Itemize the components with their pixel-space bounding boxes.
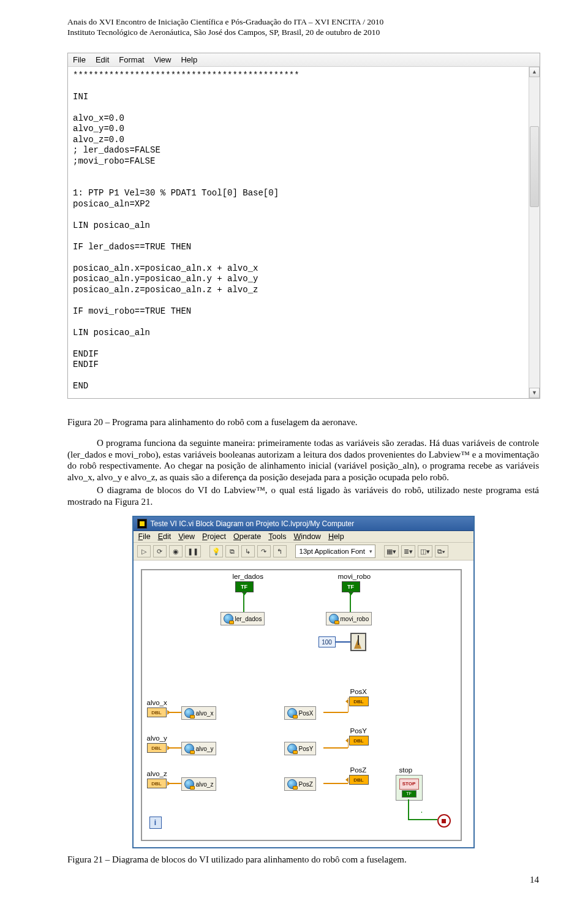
menu-file[interactable]: File bbox=[73, 55, 86, 64]
run-continuous-button[interactable]: ⟳ bbox=[153, 545, 167, 557]
node-alvo-z[interactable]: alvo_z bbox=[181, 777, 217, 791]
resize-button[interactable]: ◫▾ bbox=[418, 545, 432, 557]
indicator-posx[interactable]: DBL bbox=[349, 696, 369, 706]
menu-view[interactable]: View bbox=[154, 55, 172, 64]
globe-icon bbox=[287, 744, 297, 753]
scroll-down-button[interactable]: ▼ bbox=[529, 388, 540, 398]
node-label: PosZ bbox=[299, 781, 313, 788]
label-alvo-z: alvo_z bbox=[147, 770, 167, 777]
node-posy[interactable]: PosY bbox=[284, 742, 317, 755]
retain-wires-button[interactable]: ⧉ bbox=[225, 545, 239, 557]
constant-100[interactable]: 100 bbox=[318, 636, 336, 647]
scroll-thumb[interactable] bbox=[530, 126, 539, 207]
globe-icon bbox=[287, 708, 297, 718]
lv-menu-edit[interactable]: Edit bbox=[158, 532, 172, 541]
globe-icon bbox=[287, 779, 297, 789]
dbl-icon: DBL bbox=[349, 696, 369, 706]
menu-format[interactable]: Format bbox=[119, 55, 144, 64]
notepad-menubar: File Edit Format View Help bbox=[68, 53, 540, 67]
control-alvo-y[interactable]: DBL bbox=[147, 743, 167, 753]
lv-menu-tools[interactable]: Tools bbox=[268, 532, 286, 541]
control-movi-robo[interactable]: TF bbox=[342, 581, 360, 595]
label-posz: PosZ bbox=[350, 766, 367, 774]
globe-icon bbox=[184, 708, 194, 718]
wire bbox=[408, 819, 437, 820]
stop-button-icon: STOP bbox=[399, 779, 419, 790]
node-posx[interactable]: PosX bbox=[284, 706, 317, 720]
highlight-exec-button[interactable]: 💡 bbox=[209, 545, 223, 557]
labview-titlebar: Teste VI IC.vi Block Diagram on Projeto … bbox=[134, 517, 473, 531]
indicator-posy[interactable]: DBL bbox=[349, 736, 369, 745]
node-label: PosY bbox=[299, 745, 314, 752]
distribute-button[interactable]: ≣▾ bbox=[401, 545, 415, 557]
pause-button[interactable]: ❚❚ bbox=[185, 545, 201, 557]
wire bbox=[323, 747, 348, 749]
lv-menu-view[interactable]: View bbox=[178, 532, 195, 541]
scrollbar[interactable]: ▲ ▼ bbox=[529, 67, 540, 398]
globe-icon bbox=[184, 779, 194, 789]
header-line-2: Instituto Tecnológico de Aeronáutica, Sã… bbox=[67, 28, 539, 38]
align-button[interactable]: ▦▾ bbox=[384, 545, 399, 557]
node-alvo-y[interactable]: alvo_y bbox=[181, 742, 217, 755]
scroll-up-button[interactable]: ▲ bbox=[529, 67, 540, 77]
wire bbox=[350, 594, 351, 613]
menu-help[interactable]: Help bbox=[181, 55, 197, 64]
node-movi-robo[interactable]: movi_robo bbox=[326, 612, 372, 625]
loop-condition-stop-icon[interactable] bbox=[437, 814, 451, 828]
notepad-window: File Edit Format View Help *************… bbox=[67, 53, 540, 399]
abort-button[interactable]: ◉ bbox=[169, 545, 183, 557]
wire bbox=[168, 747, 181, 749]
while-loop-frame[interactable]: ler_dados TF movi_robo TF ler_dados bbox=[141, 569, 462, 841]
node-label: alvo_z bbox=[196, 781, 214, 788]
wire bbox=[168, 712, 181, 713]
lv-menu-help[interactable]: Help bbox=[328, 532, 344, 541]
dbl-icon: DBL bbox=[349, 736, 369, 745]
run-button[interactable]: ▷ bbox=[137, 545, 151, 557]
step-into-button[interactable]: ↳ bbox=[241, 545, 255, 557]
page-header: Anais do XVI Encontro de Iniciação Cient… bbox=[67, 17, 539, 38]
dbl-icon: DBL bbox=[147, 779, 167, 788]
page-number: 14 bbox=[67, 875, 539, 885]
block-diagram-canvas[interactable]: ler_dados TF movi_robo TF ler_dados bbox=[134, 560, 473, 847]
wire bbox=[323, 783, 348, 784]
figure-20-caption: Figura 20 – Programa para alinhamento do… bbox=[67, 417, 539, 428]
globe-icon bbox=[224, 614, 233, 624]
dbl-icon: DBL bbox=[147, 708, 167, 717]
node-alvo-x[interactable]: alvo_x bbox=[181, 706, 217, 720]
scroll-track[interactable] bbox=[529, 77, 540, 388]
dbl-icon: DBL bbox=[147, 743, 167, 753]
step-over-button[interactable]: ↷ bbox=[257, 545, 271, 557]
figure-21-caption: Figura 21 – Diagrama de blocos do VI uti… bbox=[67, 855, 539, 865]
labview-menubar: File Edit View Project Operate Tools Win… bbox=[134, 531, 473, 543]
step-out-button[interactable]: ↰ bbox=[273, 545, 287, 557]
lv-menu-file[interactable]: File bbox=[138, 532, 151, 541]
notepad-textarea[interactable]: ****************************************… bbox=[68, 67, 529, 398]
globe-icon bbox=[184, 744, 194, 753]
wire bbox=[336, 641, 350, 643]
font-selector[interactable]: 13pt Application Font bbox=[295, 545, 375, 558]
reorder-button[interactable]: ⧉▾ bbox=[435, 545, 448, 557]
globe-icon bbox=[329, 614, 339, 624]
label-stop: stop bbox=[399, 766, 413, 774]
wait-ms-node[interactable] bbox=[350, 633, 366, 651]
wire bbox=[348, 701, 349, 712]
lv-menu-window[interactable]: Window bbox=[293, 532, 320, 541]
menu-edit[interactable]: Edit bbox=[96, 55, 109, 64]
header-line-1: Anais do XVI Encontro de Iniciação Cient… bbox=[67, 17, 539, 28]
node-label: movi_robo bbox=[341, 616, 369, 622]
label-alvo-y: alvo_y bbox=[147, 734, 167, 742]
indicator-posz[interactable]: DBL bbox=[349, 775, 369, 785]
lv-menu-project[interactable]: Project bbox=[202, 532, 226, 541]
control-alvo-z[interactable]: DBL bbox=[147, 779, 167, 788]
control-alvo-x[interactable]: DBL bbox=[147, 708, 167, 717]
paragraph-2: O diagrama de blocos do VI do Labview™, … bbox=[67, 485, 539, 508]
bool-tf-icon: TF bbox=[235, 581, 254, 592]
iteration-terminal[interactable]: i bbox=[149, 817, 162, 829]
stop-control[interactable]: STOP TF bbox=[396, 775, 423, 801]
node-ler-dados[interactable]: ler_dados bbox=[221, 612, 265, 625]
paragraph-1: O programa funciona da seguinte maneira:… bbox=[67, 437, 539, 483]
lv-menu-operate[interactable]: Operate bbox=[233, 532, 261, 541]
node-posz[interactable]: PosZ bbox=[284, 777, 316, 791]
wire bbox=[168, 783, 181, 784]
control-ler-dados[interactable]: TF bbox=[235, 581, 254, 595]
